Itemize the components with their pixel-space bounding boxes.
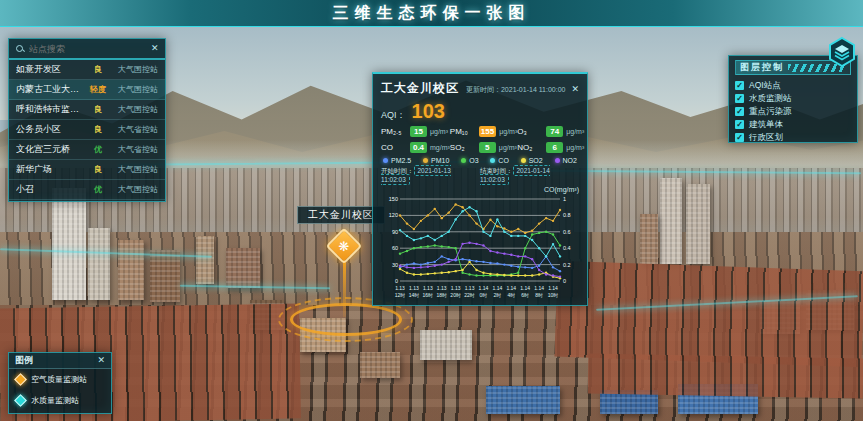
- svg-text:1.148时: 1.148时: [534, 285, 544, 298]
- layer-control-panel: 图层控制 ✓ AQI站点 ✓ 水质监测站 ✓ 重点污染源 ✓ 建筑单体 ✓ 行政…: [728, 55, 858, 143]
- search-icon: [16, 45, 24, 53]
- close-icon[interactable]: ✕: [97, 356, 105, 365]
- station-search-bar: ✕: [9, 39, 165, 60]
- station-row[interactable]: 小召 优 大气国控站: [9, 180, 165, 200]
- layer-toggle[interactable]: ✓ AQI站点: [735, 79, 851, 92]
- legend-panel-items: 空气质量监测站 水质量监测站: [9, 369, 111, 411]
- map-legend-item: 空气质量监测站: [9, 369, 111, 390]
- building: [196, 236, 214, 284]
- map-legend-panel: 图例 ✕ 空气质量监测站 水质量监测站: [8, 352, 112, 414]
- legend-item[interactable]: PM2.5: [383, 157, 411, 164]
- station-row[interactable]: 呼和浩特市监测站 良 大气国控站: [9, 100, 165, 120]
- pollutant-grid: PM₂.₅ 15 μg/m³ PM₁₀ 155 μg/m³ O₃ 74 μg/m…: [381, 126, 579, 153]
- svg-text:1.1314时: 1.1314时: [409, 285, 420, 298]
- station-detail-popup: 工大金川校区 更新时间：2021-01-14 11:00:00 ✕ AQI： 1…: [372, 72, 588, 306]
- popup-title: 工大金川校区: [381, 80, 459, 97]
- pollutant-name: CO: [381, 143, 407, 152]
- layer-label: 水质监测站: [749, 93, 792, 105]
- legend-dot-icon: [461, 158, 466, 163]
- checkbox-checked-icon[interactable]: ✓: [735, 120, 744, 129]
- svg-text:1.146时: 1.146时: [520, 285, 530, 298]
- svg-text:1.1410时: 1.1410时: [548, 285, 559, 298]
- pollutant-unit: mg/m³: [430, 144, 450, 151]
- checkbox-checked-icon[interactable]: ✓: [735, 107, 744, 116]
- legend-item[interactable]: SO2: [521, 157, 543, 164]
- station-name: 新华广场: [16, 163, 84, 176]
- pollutant-cell: NO₂ 6 μg/m³: [517, 142, 584, 153]
- layer-items: ✓ AQI站点 ✓ 水质监测站 ✓ 重点污染源 ✓ 建筑单体 ✓ 行政区划: [735, 79, 851, 144]
- building: [420, 330, 472, 360]
- close-icon[interactable]: ✕: [571, 85, 579, 94]
- popup-header: 工大金川校区 更新时间：2021-01-14 11:00:00 ✕: [381, 80, 579, 97]
- station-aqi-level: 良: [88, 64, 108, 75]
- pollutant-value-badge: 6: [546, 142, 563, 153]
- station-row[interactable]: 公务员小区 良 大气省控站: [9, 120, 165, 140]
- station-row[interactable]: 如意开发区 良 大气国控站: [9, 60, 165, 80]
- layer-toggle[interactable]: ✓ 重点污染源: [735, 105, 851, 118]
- station-name: 小召: [16, 183, 84, 196]
- building: [686, 184, 710, 264]
- update-time-label: 更新时间：: [466, 86, 501, 93]
- legend-panel-title: 图例: [15, 354, 33, 367]
- svg-text:1.1320时: 1.1320时: [450, 285, 461, 298]
- layer-label: 重点污染源: [749, 106, 792, 118]
- building: [660, 178, 682, 264]
- pollutant-cell: PM₁₀ 155 μg/m³: [450, 126, 517, 137]
- layer-toggle[interactable]: ✓ 行政区划: [735, 131, 851, 144]
- close-icon[interactable]: ✕: [151, 44, 159, 53]
- building: [88, 228, 110, 300]
- layer-label: 行政区划: [749, 132, 783, 144]
- legend-dot-icon: [555, 158, 560, 163]
- station-type: 大气国控站: [112, 84, 158, 95]
- pollutant-name: O₃: [517, 127, 543, 136]
- pollutant-value-badge: 74: [546, 126, 563, 137]
- building: [360, 352, 400, 378]
- pollutant-value-badge: 0.4: [410, 142, 427, 153]
- station-aqi-level: 轻度: [88, 84, 108, 95]
- legend-series-name: SO2: [529, 157, 543, 164]
- layer-toggle[interactable]: ✓ 建筑单体: [735, 118, 851, 131]
- svg-text:1.1316时: 1.1316时: [423, 285, 434, 298]
- svg-text:1.1322时: 1.1322时: [464, 285, 475, 298]
- station-aqi-level: 良: [88, 104, 108, 115]
- station-type: 大气国控站: [112, 164, 158, 175]
- station-aqi-level: 良: [88, 124, 108, 135]
- legend-item[interactable]: NO2: [555, 157, 577, 164]
- station-aqi-level: 优: [88, 184, 108, 195]
- svg-text:1.140时: 1.140时: [479, 285, 489, 298]
- station-search-input[interactable]: [29, 44, 146, 54]
- pollutant-name: PM₁₀: [450, 127, 476, 136]
- pollutant-cell: CO 0.4 mg/m³: [381, 142, 450, 153]
- station-aqi-level: 良: [88, 164, 108, 175]
- pollutant-unit: μg/m³: [566, 144, 584, 151]
- station-type: 大气省控站: [112, 144, 158, 155]
- checkbox-checked-icon[interactable]: ✓: [735, 81, 744, 90]
- station-type: 大气国控站: [112, 104, 158, 115]
- legend-item[interactable]: O3: [461, 157, 478, 164]
- legend-dot-icon: [490, 158, 495, 163]
- pollutant-value-badge: 15: [410, 126, 427, 137]
- legend-dot-icon: [521, 158, 526, 163]
- end-time-group: 结束时间：2021-01-14 11:02:03: [480, 167, 579, 183]
- station-row[interactable]: 新华广场 良 大气国控站: [9, 160, 165, 180]
- svg-text:120: 120: [389, 212, 398, 218]
- app-canvas: 工大金川校区 ❋ 三维生态环保一张图 ✕ 如意开发区 良 大气国控站 内蒙古工业…: [0, 0, 863, 421]
- layers-icon[interactable]: [826, 36, 858, 68]
- legend-item[interactable]: PM10: [423, 157, 449, 164]
- checkbox-checked-icon[interactable]: ✓: [735, 94, 744, 103]
- pollutant-value-badge: 5: [479, 142, 496, 153]
- start-time-group: 开始时间：2021-01-13 11:02:03: [381, 167, 480, 183]
- layer-toggle[interactable]: ✓ 水质监测站: [735, 92, 851, 105]
- legend-series-name: NO2: [563, 157, 577, 164]
- update-time: 更新时间：2021-01-14 11:00:00: [465, 85, 565, 95]
- legend-dot-icon: [423, 158, 428, 163]
- station-row[interactable]: 文化宫三元桥 优 大气省控站: [9, 140, 165, 160]
- aqi-label: AQI：: [381, 109, 406, 122]
- legend-item[interactable]: CO: [490, 157, 509, 164]
- station-row[interactable]: 内蒙古工业大学金川校区 轻度 大气国控站: [9, 80, 165, 100]
- map-legend-label: 空气质量监测站: [31, 374, 87, 385]
- pollutant-name: SO₂: [450, 143, 476, 152]
- building: [486, 386, 560, 414]
- checkbox-checked-icon[interactable]: ✓: [735, 133, 744, 142]
- rooftop-band: [554, 261, 863, 368]
